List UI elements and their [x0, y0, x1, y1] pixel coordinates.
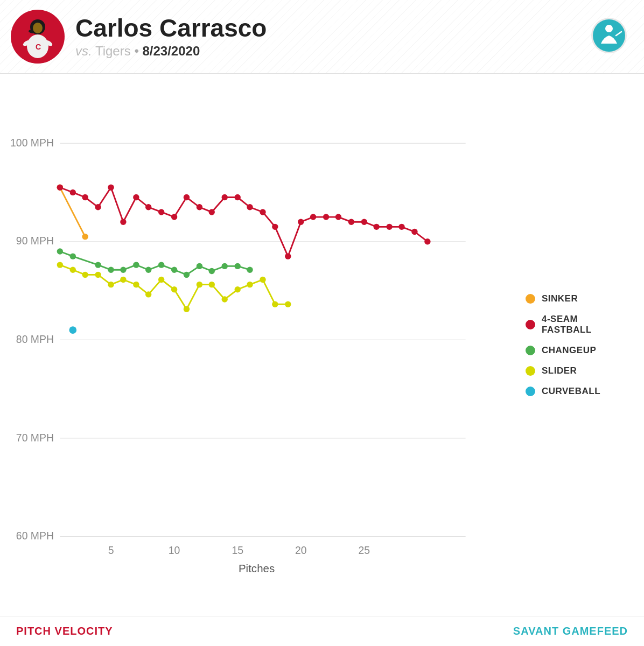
- changeup-dot: [120, 267, 126, 273]
- slider-legend-dot: [526, 366, 535, 376]
- fastball-dot: [108, 185, 114, 191]
- fastball-dot: [70, 189, 76, 195]
- fastball-dot: [120, 219, 126, 225]
- fastball-line: [60, 187, 428, 256]
- fastball-dot: [285, 253, 291, 259]
- mlb-logo: [590, 17, 628, 57]
- slider-dot: [260, 277, 265, 283]
- legend-item-sinker: SINKER: [526, 293, 628, 304]
- fastball-dot: [82, 194, 88, 200]
- changeup-dot: [95, 262, 101, 268]
- fastball-dot: [209, 209, 215, 215]
- fastball-dot: [247, 204, 253, 210]
- changeup-dot: [158, 262, 164, 268]
- x-label-5: 5: [108, 544, 114, 556]
- changeup-dot: [209, 268, 215, 274]
- changeup-dot: [171, 267, 177, 273]
- vs-label: vs.: [75, 44, 92, 58]
- legend-item-fastball: 4-SEAM FASTBALL: [526, 314, 628, 335]
- game-date: 8/23/2020: [142, 44, 200, 58]
- slider-dot: [133, 282, 139, 287]
- slider-legend-label: SLIDER: [542, 366, 577, 376]
- y-label-80: 80 MPH: [16, 333, 54, 345]
- slider-dot: [234, 286, 240, 292]
- avatar: C: [11, 10, 65, 64]
- player-subtitle: vs. Tigers • 8/23/2020: [75, 44, 267, 59]
- slider-dot: [222, 296, 228, 302]
- slider-dot: [272, 301, 278, 307]
- fastball-dot: [158, 209, 164, 215]
- fastball-dot: [234, 194, 240, 200]
- slider-dot: [82, 272, 88, 278]
- y-label-100: 100 MPH: [11, 137, 54, 149]
- player-info: Carlos Carrasco vs. Tigers • 8/23/2020: [75, 15, 267, 59]
- fastball-dot: [197, 204, 202, 210]
- opponent-name: Tigers: [95, 44, 131, 58]
- y-label-60: 60 MPH: [16, 530, 54, 542]
- fastball-dot: [222, 194, 228, 200]
- changeup-legend-label: CHANGEUP: [542, 345, 596, 356]
- svg-point-6: [33, 23, 43, 33]
- svg-text:C: C: [36, 43, 41, 51]
- slider-dot: [197, 282, 202, 287]
- legend-item-curveball: CURVEBALL: [526, 386, 628, 397]
- fastball-dot: [348, 219, 354, 225]
- legend-item-slider: SLIDER: [526, 366, 628, 376]
- x-label-25: 25: [359, 544, 370, 556]
- fastball-dot: [398, 224, 404, 230]
- slider-dot: [70, 267, 76, 273]
- x-label-15: 15: [232, 544, 243, 556]
- y-label-90: 90 MPH: [16, 235, 54, 247]
- x-axis-label: Pitches: [239, 562, 275, 574]
- legend: SINKER 4-SEAM FASTBALL CHANGEUP SLIDER C…: [515, 85, 628, 605]
- footer: PITCH VELOCITY SAVANT GAMEFEED: [0, 616, 644, 646]
- player-name: Carlos Carrasco: [75, 15, 267, 42]
- changeup-dot: [234, 263, 240, 269]
- fastball-dot: [272, 224, 278, 230]
- fastball-dot: [184, 194, 190, 200]
- curveball-dot: [69, 326, 76, 334]
- x-label-20: 20: [295, 544, 307, 556]
- slider-dot: [145, 291, 151, 297]
- slider-dot: [158, 277, 164, 283]
- fastball-dot: [361, 219, 367, 225]
- fastball-dot: [95, 204, 101, 210]
- fastball-dot: [260, 209, 265, 215]
- fastball-dot: [57, 185, 63, 191]
- changeup-dot: [108, 267, 114, 273]
- chart-and-legend: 100 MPH 90 MPH 80 MPH 70 MPH 60 MPH: [11, 85, 628, 605]
- svg-point-10: [605, 25, 613, 32]
- slider-dot: [184, 306, 190, 312]
- fastball-dot: [310, 214, 316, 220]
- fastball-dot: [386, 224, 392, 230]
- chart-container: 100 MPH 90 MPH 80 MPH 70 MPH 60 MPH: [0, 74, 644, 616]
- sinker-dot: [82, 234, 88, 240]
- fastball-dot: [424, 238, 430, 244]
- fastball-dot: [373, 224, 379, 230]
- sinker-legend-dot: [526, 294, 535, 304]
- legend-item-changeup: CHANGEUP: [526, 345, 628, 356]
- fastball-legend-dot: [526, 320, 535, 329]
- fastball-dot: [133, 194, 139, 200]
- sinker-legend-label: SINKER: [542, 293, 578, 304]
- y-label-70: 70 MPH: [16, 432, 54, 444]
- slider-dot: [108, 282, 114, 287]
- fastball-dot: [298, 219, 304, 225]
- changeup-dot: [222, 263, 228, 269]
- changeup-dot: [70, 253, 76, 259]
- changeup-dot: [57, 248, 63, 254]
- fastball-legend-label: 4-SEAM FASTBALL: [542, 314, 628, 335]
- header: C Carlos Carrasco vs. Tigers • 8/23/2020: [0, 0, 644, 74]
- slider-dot: [171, 286, 177, 292]
- changeup-line: [60, 251, 250, 275]
- chart-area: 100 MPH 90 MPH 80 MPH 70 MPH 60 MPH: [11, 85, 515, 605]
- fastball-dot: [145, 204, 151, 210]
- slider-dot: [57, 262, 63, 268]
- x-label-10: 10: [169, 544, 180, 556]
- fastball-dot: [411, 229, 417, 235]
- slider-dot: [209, 282, 215, 287]
- fastball-dot: [335, 214, 341, 220]
- fastball-dot: [171, 214, 177, 220]
- header-content: C Carlos Carrasco vs. Tigers • 8/23/2020: [11, 10, 628, 64]
- changeup-dot: [133, 262, 139, 268]
